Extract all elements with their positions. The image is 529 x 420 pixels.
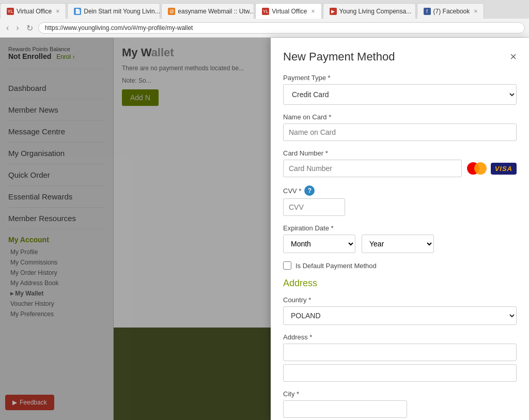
card-number-label: Card Number * [283,149,517,157]
country-group: Country * POLAND GERMANY AUSTRIA SWITZER… [283,296,517,325]
modal-overlay: New Payment Method × Payment Type * Cred… [0,38,529,420]
card-number-input[interactable] [283,160,462,177]
address-bar: ‹ › ↻ [0,19,529,37]
country-select[interactable]: POLAND GERMANY AUSTRIA SWITZERLAND [283,306,517,325]
address-group: Address * [283,333,517,382]
tab-bar: YL Virtual Office × 📄 Dein Start mit You… [0,0,529,19]
payment-type-group: Payment Type * Credit Card Bank Transfer… [283,74,517,105]
browser-chrome: YL Virtual Office × 📄 Dein Start mit You… [0,0,529,38]
payment-type-label: Payment Type * [283,74,517,82]
address-input-1[interactable] [283,344,517,361]
forward-button[interactable]: › [14,22,21,34]
tab-virtual-office-1[interactable]: YL Virtual Office × [0,3,66,19]
mastercard-circle-orange [474,162,487,175]
tab-virtual-office-active[interactable]: YL Virtual Office × [255,3,321,19]
name-on-card-group: Name on Card * [283,113,517,141]
city-label: City * [283,390,517,398]
year-select[interactable]: Year 202420252026 202720282029 2030 [362,235,434,253]
default-payment-checkbox[interactable] [283,261,291,270]
new-payment-modal: New Payment Method × Payment Type * Cred… [271,38,529,420]
cvv-help-icon[interactable]: ? [304,185,315,196]
default-payment-label: Is Default Payment Method [295,262,377,270]
payment-type-wrapper: Credit Card Bank Transfer PayPal [283,84,517,105]
cvv-group: CVV * ? [283,185,517,216]
refresh-button[interactable]: ↻ [24,22,35,34]
cvv-row [283,198,517,216]
tab-close-6[interactable]: × [474,8,477,15]
name-on-card-label: Name on Card * [283,113,517,121]
tab-close-4[interactable]: × [312,8,315,15]
expiration-date-group: Expiration Date * Month 010203 040506 07… [283,224,517,253]
month-select[interactable]: Month 010203 040506 070809 101112 [283,235,355,253]
visa-icon: VISA [491,163,517,175]
card-number-group: Card Number * VISA [283,149,517,177]
country-label: Country * [283,296,517,304]
back-button[interactable]: ‹ [4,22,11,34]
city-input[interactable] [283,400,407,418]
payment-type-select[interactable]: Credit Card Bank Transfer PayPal [283,84,517,105]
modal-title: New Payment Method [283,50,395,64]
modal-header: New Payment Method × [283,50,517,64]
expiry-row: Month 010203 040506 070809 101112 Year 2… [283,235,517,253]
address-input-2[interactable] [283,364,517,382]
url-input[interactable] [38,22,525,34]
city-group: City * [283,390,517,418]
tab-close-1[interactable]: × [56,8,59,15]
cvv-input[interactable] [283,198,345,216]
mastercard-icon [467,161,489,176]
tab-young-living[interactable]: ▶ Young Living Compensa... × [323,3,416,19]
expiration-date-label: Expiration Date * [283,224,517,232]
tab-dein-start[interactable]: 📄 Dein Start mit Young Livin... × [67,3,160,19]
card-icons: VISA [467,161,517,176]
default-payment-row: Is Default Payment Method [283,261,517,270]
card-number-row: VISA [283,160,517,177]
modal-close-button[interactable]: × [510,51,517,63]
cvv-label: CVV * ? [283,185,517,196]
tab-easyname[interactable]: @ easyname Webmail :: Utw... × [161,3,254,19]
name-on-card-input[interactable] [283,123,517,141]
address-heading: Address [283,278,517,289]
tab-facebook[interactable]: f (7) Facebook × [417,3,485,19]
address-label: Address * [283,333,517,341]
page-content: Rewards Points Balance Not Enrolled Enro… [0,38,529,420]
